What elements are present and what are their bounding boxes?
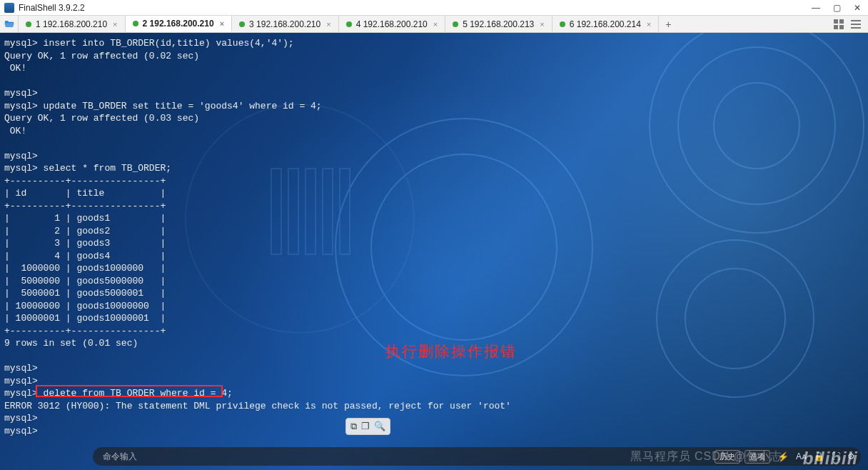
tab-session-2[interactable]: 2 192.168.200.210 × bbox=[126, 16, 233, 32]
tab-label: 4 192.168.200.210 bbox=[356, 19, 428, 29]
status-dot-icon bbox=[346, 21, 352, 27]
open-folder-button[interactable] bbox=[0, 16, 19, 32]
tab-label: 5 192.168.200.213 bbox=[463, 19, 534, 29]
svg-rect-6 bbox=[851, 27, 861, 29]
tab-label: 2 192.168.200.210 bbox=[143, 19, 214, 29]
tab-close-icon[interactable]: × bbox=[647, 20, 651, 29]
add-tab-button[interactable]: + bbox=[659, 16, 677, 32]
watermark-bilibili: bilibili bbox=[803, 449, 858, 469]
svg-rect-5 bbox=[851, 24, 861, 25]
tab-label: 1 192.168.200.210 bbox=[36, 19, 107, 29]
svg-rect-3 bbox=[839, 25, 844, 29]
tab-label: 6 192.168.200.214 bbox=[570, 19, 641, 29]
tab-session-6[interactable]: 6 192.168.200.214 × bbox=[552, 16, 660, 32]
svg-rect-4 bbox=[851, 20, 861, 21]
app-icon bbox=[4, 3, 14, 13]
status-dot-icon bbox=[133, 21, 138, 26]
annotation-text: 执行删除操作报错 bbox=[385, 341, 517, 361]
tab-session-1[interactable]: 1 192.168.200.210 × bbox=[19, 16, 126, 32]
svg-rect-1 bbox=[839, 19, 844, 24]
tab-close-icon[interactable]: × bbox=[326, 20, 330, 29]
status-dot-icon bbox=[26, 21, 31, 27]
tab-strip: 1 192.168.200.210 × 2 192.168.200.210 × … bbox=[19, 16, 827, 32]
toolbar: 1 192.168.200.210 × 2 192.168.200.210 × … bbox=[0, 16, 868, 33]
list-view-icon[interactable] bbox=[851, 19, 861, 29]
search-icon[interactable]: 🔍 bbox=[374, 421, 385, 432]
window-title: FinalShell 3.9.2.2 bbox=[19, 3, 85, 13]
toolbar-view-controls bbox=[827, 16, 868, 32]
status-dot-icon bbox=[453, 21, 458, 27]
status-dot-icon bbox=[560, 21, 565, 27]
command-input[interactable]: 命令输入 bbox=[103, 451, 710, 463]
error-highlight-box bbox=[36, 385, 223, 397]
svg-rect-0 bbox=[834, 19, 838, 24]
tab-close-icon[interactable]: × bbox=[540, 20, 544, 29]
window-controls: — ▢ ✕ bbox=[812, 3, 865, 13]
status-dot-icon bbox=[239, 21, 245, 27]
tab-close-icon[interactable]: × bbox=[220, 19, 224, 28]
tab-label: 3 192.168.200.210 bbox=[249, 19, 321, 29]
tab-session-5[interactable]: 5 192.168.200.213 × bbox=[445, 16, 552, 32]
copy-icon[interactable]: ⧉ bbox=[350, 421, 357, 432]
grid-view-icon[interactable] bbox=[834, 19, 844, 29]
floating-mini-toolbar: ⧉ ❐ 🔍 bbox=[345, 418, 390, 435]
maximize-button[interactable]: ▢ bbox=[833, 3, 841, 13]
tab-session-4[interactable]: 4 192.168.200.210 × bbox=[339, 16, 446, 32]
watermark-author: 黑马程序员 CSDN @包小志 bbox=[630, 449, 782, 464]
tab-close-icon[interactable]: × bbox=[433, 20, 438, 29]
svg-rect-2 bbox=[834, 25, 838, 29]
tab-close-icon[interactable]: × bbox=[113, 20, 117, 29]
terminal-output[interactable]: mysql> insert into TB_ORDER(id,title) va… bbox=[0, 33, 868, 470]
close-button[interactable]: ✕ bbox=[854, 3, 861, 13]
clip-icon[interactable]: ❐ bbox=[361, 421, 370, 432]
folder-open-icon bbox=[4, 19, 15, 30]
terminal-pane[interactable]: mysql> insert into TB_ORDER(id,title) va… bbox=[0, 33, 868, 470]
minimize-button[interactable]: — bbox=[812, 3, 820, 13]
titlebar: FinalShell 3.9.2.2 — ▢ ✕ bbox=[0, 0, 868, 16]
tab-session-3[interactable]: 3 192.168.200.210 × bbox=[232, 16, 339, 32]
